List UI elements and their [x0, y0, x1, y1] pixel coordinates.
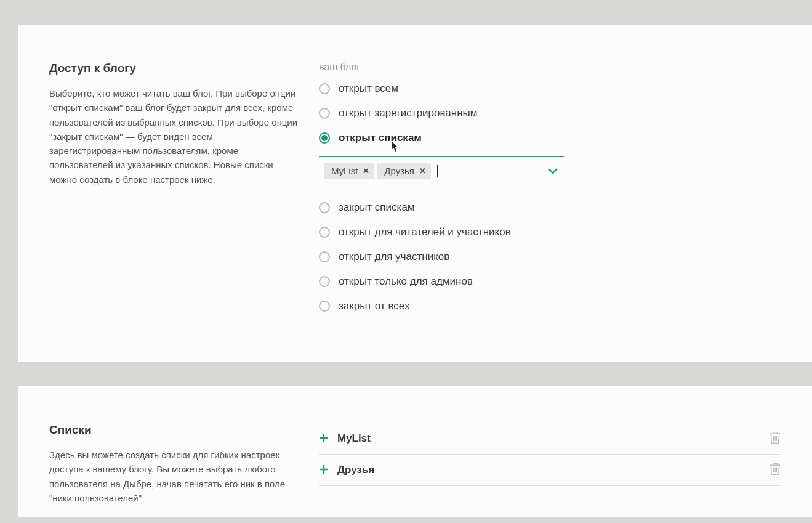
radio-icon	[319, 276, 330, 287]
radio-label: открыт всем	[339, 83, 398, 95]
lists-items-column: MyList Друзья	[319, 423, 781, 505]
tag-chip-friends: Друзья ✕	[377, 163, 431, 179]
radio-open-lists[interactable]: открыт спискам	[319, 132, 781, 144]
lists-tag-input[interactable]: MyList ✕ Друзья ✕	[319, 156, 564, 185]
list-name: MyList	[337, 432, 769, 445]
remove-tag-icon[interactable]: ✕	[419, 166, 426, 176]
radio-label: закрыт спискам	[339, 201, 415, 214]
remove-tag-icon[interactable]: ✕	[363, 166, 369, 176]
radio-label: открыт для участников	[339, 251, 449, 263]
text-cursor	[437, 165, 438, 177]
radio-open-readers-participants[interactable]: открыт для читателей и участников	[319, 226, 781, 238]
radio-label: открыт только для админов	[339, 275, 473, 288]
lists-description: Здесь вы можете создать списки для гибки…	[49, 448, 300, 505]
plus-icon	[319, 432, 329, 445]
blog-access-card: Доступ к блогу Выберите, кто может читат…	[18, 25, 812, 362]
radio-label: закрыт от всех	[339, 300, 409, 312]
trash-icon[interactable]	[769, 462, 781, 478]
radio-icon	[319, 132, 330, 144]
radio-open-admins[interactable]: открыт только для админов	[319, 275, 781, 288]
trash-icon[interactable]	[769, 431, 781, 447]
lists-card: Списки Здесь вы можете создать списки дл…	[18, 386, 812, 517]
radio-label: открыт зарегистрированным	[339, 107, 477, 120]
field-label: ваш блог	[319, 62, 781, 73]
radio-open-registered[interactable]: открыт зарегистрированным	[319, 107, 781, 120]
list-item[interactable]: MyList	[319, 423, 781, 455]
list-name: Друзья	[337, 464, 769, 476]
radio-icon	[319, 108, 330, 119]
radio-icon	[319, 227, 330, 238]
access-options-column: ваш блог открыт всем открыт зарегистриро…	[319, 62, 781, 325]
access-description: Выберите, кто может читать ваш блог. При…	[49, 86, 300, 187]
radio-label: открыт для читателей и участников	[339, 226, 511, 238]
radio-icon	[319, 83, 330, 94]
access-title: Доступ к блогу	[49, 62, 300, 75]
chevron-down-icon[interactable]	[548, 166, 558, 177]
radio-closed-all[interactable]: закрыт от всех	[319, 300, 781, 312]
tag-label: MyList	[331, 166, 358, 176]
radio-open-all[interactable]: открыт всем	[319, 83, 781, 95]
tag-chip-mylist: MyList ✕	[324, 163, 374, 179]
radio-open-participants[interactable]: открыт для участников	[319, 251, 781, 263]
list-item[interactable]: Друзья	[319, 455, 781, 486]
lists-title: Списки	[49, 423, 300, 437]
tag-label: Друзья	[384, 166, 414, 176]
radio-icon	[319, 251, 330, 262]
radio-icon	[319, 202, 330, 213]
plus-icon	[319, 464, 329, 476]
radio-closed-lists[interactable]: закрыт спискам	[319, 201, 781, 214]
lists-description-column: Списки Здесь вы можете создать списки дл…	[49, 423, 319, 505]
radio-icon	[319, 301, 330, 312]
radio-label: открыт спискам	[339, 132, 422, 144]
access-description-column: Доступ к блогу Выберите, кто может читат…	[49, 62, 319, 325]
